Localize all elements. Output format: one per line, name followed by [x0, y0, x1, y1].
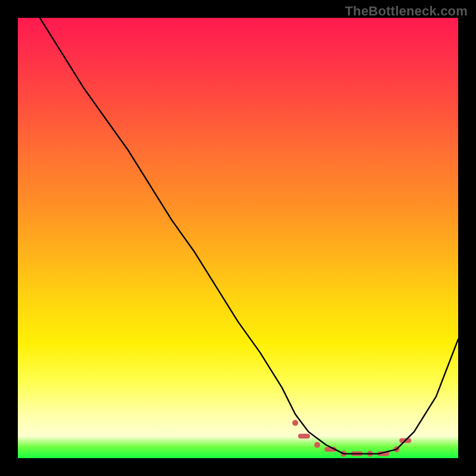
bottleneck-curve [40, 18, 458, 454]
plot-svg [18, 18, 458, 458]
curve-marker-dot [292, 420, 298, 426]
curve-marker-bar [298, 434, 310, 439]
marker-group [292, 420, 411, 457]
watermark-text: TheBottleneck.com [345, 4, 468, 19]
plot-area [18, 18, 458, 458]
chart-frame: TheBottleneck.com [0, 0, 476, 476]
curve-marker-dot [314, 442, 320, 448]
